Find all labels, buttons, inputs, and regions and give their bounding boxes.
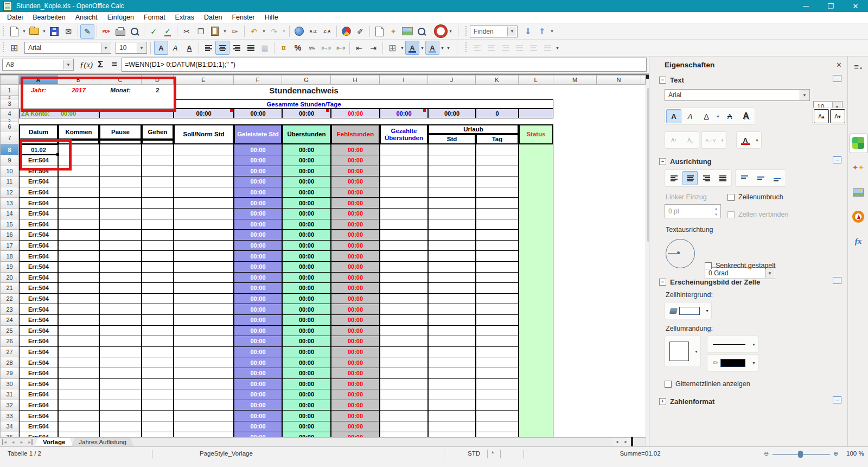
cell-G28[interactable]: 00:00 [282, 357, 331, 368]
cell-B1-jahr-value[interactable]: 2017 [58, 85, 99, 96]
line-style-button[interactable] [709, 337, 750, 351]
header-fehlstunden[interactable]: Fehlstunden [331, 124, 380, 144]
spin-arrows[interactable]: ▲▼ [712, 205, 720, 217]
cell-H15[interactable]: 00:00 [331, 219, 380, 230]
cell-F23[interactable]: 00:00 [234, 304, 282, 315]
cell-A10[interactable]: Err:504 [19, 166, 58, 177]
cell-D29[interactable] [142, 368, 174, 379]
sidebar-menu-button[interactable]: ≡▼ [852, 60, 865, 73]
selection-mode[interactable]: STD [468, 450, 480, 457]
section-header-number-format[interactable]: + Zahlenformat [659, 397, 714, 406]
align-middle-button[interactable] [753, 171, 768, 185]
cell-E8[interactable] [174, 144, 234, 155]
cell-D32[interactable] [142, 400, 174, 411]
cell-E11[interactable] [174, 176, 234, 187]
cell-K9[interactable] [476, 155, 519, 166]
cell-A17[interactable]: Err:504 [19, 241, 58, 251]
cell-F27[interactable]: 00:00 [234, 347, 282, 358]
cell-J19[interactable] [428, 262, 476, 273]
cell-K14[interactable] [476, 209, 519, 219]
cell-K35[interactable] [476, 432, 519, 437]
row-header-1[interactable]: 1 [0, 85, 19, 96]
section-header-text[interactable]: − Text [659, 76, 684, 84]
cell-I17[interactable] [380, 241, 428, 251]
cell-B27[interactable] [58, 347, 99, 358]
cell-C1-monat-label[interactable]: Monat: [99, 85, 142, 96]
cell-E16[interactable] [174, 230, 234, 241]
cell-J9[interactable] [428, 155, 476, 166]
cell-C25[interactable] [99, 326, 142, 337]
cell-K29[interactable] [476, 368, 519, 379]
expand-icon[interactable]: + [659, 398, 666, 405]
column-header-K[interactable]: K [476, 75, 519, 85]
underline-dropdown[interactable]: ▼ [715, 110, 721, 123]
help-button[interactable] [433, 24, 448, 39]
cell-border-dropdown[interactable]: ▼ [693, 345, 699, 358]
edit-file-button[interactable]: ✎ [80, 24, 94, 39]
cell-K26[interactable] [476, 336, 519, 347]
cell-A18[interactable]: Err:504 [19, 251, 58, 262]
section-header-cell-appearance[interactable]: − Erscheinungsbild der Zelle [659, 278, 760, 286]
undo-dropdown[interactable]: ▼ [261, 25, 267, 38]
sidebar-align-right-button[interactable] [699, 171, 714, 185]
row-header-25[interactable]: 25 [0, 326, 19, 337]
cell-G13[interactable]: 00:00 [282, 198, 331, 209]
cell-I29[interactable] [380, 368, 428, 379]
find-toolbar-overflow[interactable]: ▼ [549, 25, 555, 38]
find-next-button[interactable]: ⇓ [521, 24, 535, 39]
row-header-16[interactable]: 16 [0, 230, 19, 241]
cell-A19[interactable]: Err:504 [19, 262, 58, 273]
cell-H12[interactable]: 00:00 [331, 187, 380, 198]
text-dialog-launcher[interactable]: ··· [833, 75, 841, 82]
cell-E17[interactable] [174, 241, 234, 251]
background-color-dropdown[interactable]: ▼ [439, 41, 445, 54]
subscript-button[interactable]: A₁ [682, 133, 698, 147]
sidebar-bold-button[interactable]: A [666, 109, 681, 123]
cell-B35[interactable] [58, 432, 99, 437]
align-center-button[interactable] [215, 41, 229, 55]
cell-E35[interactable] [174, 432, 234, 437]
cell-H27[interactable]: 00:00 [331, 347, 380, 358]
justify-button[interactable] [244, 41, 258, 55]
name-box[interactable]: A8 ▼ [2, 59, 74, 71]
cell-C24[interactable] [99, 315, 142, 326]
cell-F24[interactable]: 00:00 [234, 315, 282, 326]
row-header-12[interactable]: 12 [0, 187, 19, 198]
cell-G35[interactable]: 00:00 [282, 432, 331, 437]
header-sub-C[interactable] [99, 140, 142, 144]
cell-I12[interactable] [380, 187, 428, 198]
row-header-34[interactable]: 34 [0, 421, 19, 432]
cell-C4-empty[interactable] [99, 109, 174, 118]
cell-H9[interactable]: 00:00 [331, 155, 380, 166]
cell-D13[interactable] [142, 198, 174, 209]
sidebar-tab-navigator[interactable] [852, 210, 865, 223]
cell-C16[interactable] [99, 230, 142, 241]
cell-H20[interactable]: 00:00 [331, 273, 380, 283]
cell-K21[interactable] [476, 283, 519, 294]
cell-K15[interactable] [476, 219, 519, 230]
header-sub-A[interactable] [19, 140, 58, 144]
cell-K11[interactable] [476, 176, 519, 187]
row-header-10[interactable]: 10 [0, 166, 19, 177]
cell-J29[interactable] [428, 368, 476, 379]
cell-B10[interactable] [58, 166, 99, 177]
cell-C20[interactable] [99, 273, 142, 283]
cell-J17[interactable] [428, 241, 476, 251]
cell-D34[interactable] [142, 421, 174, 432]
sidebar-font-name-dropdown[interactable]: ▼ [800, 90, 809, 100]
indent-spinbox[interactable]: 0 pt ▲▼ [665, 204, 721, 218]
cell-C18[interactable] [99, 251, 142, 262]
cell-J23[interactable] [428, 304, 476, 315]
stacked-checkbox[interactable]: Senkrecht gestapelt [705, 262, 776, 269]
email-button[interactable]: ✉ [61, 24, 75, 39]
cell-B20[interactable] [58, 273, 99, 283]
cell-F31[interactable]: 00:00 [234, 389, 282, 400]
menu-item-hilfe[interactable]: Hilfe [260, 12, 283, 22]
scroll-right-button[interactable]: ▸ [622, 438, 630, 446]
sort-ascending-button[interactable]: A↓Z [306, 24, 320, 39]
align-objects-center-button[interactable] [484, 41, 498, 55]
cell-F22[interactable]: 00:00 [234, 294, 282, 305]
redo-button[interactable]: ↷ [267, 24, 281, 39]
cell-F30[interactable]: 00:00 [234, 379, 282, 390]
row-header-18[interactable]: 18 [0, 251, 19, 262]
